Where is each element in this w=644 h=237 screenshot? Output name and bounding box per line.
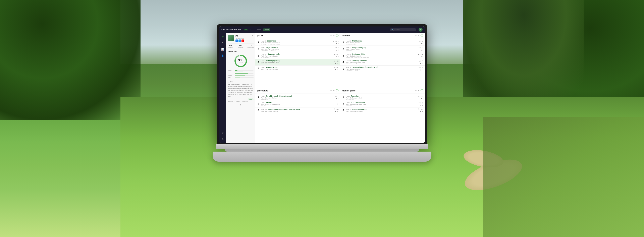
hardest-info-btn[interactable]: i [420,34,424,37]
sidebar-icon-flag[interactable]: ⚑ [220,41,225,45]
hardest-minus-btn[interactable]: − [415,34,417,37]
hole-author: T. FAZIO [346,63,417,65]
nav-avatar[interactable]: PF [418,28,422,32]
hole-item[interactable]: 5 Hole 3 Bandon Trails Par 5 Oregon, Uni… [255,66,340,71]
hole-name-row: Hole 4 Bethpage (Black) [261,60,332,62]
plays-value: 1 [422,49,424,51]
plays-icon: ▶ [420,62,421,64]
bar-label: others [228,77,234,78]
plays-icon: ▶ [335,69,336,70]
hole-item[interactable]: 2 Hole 2 Victoria Par 4 British Columbia… [255,101,340,107]
hole-rank: 2 [342,102,345,105]
hole-detail: Par 4 Co Kerry, Ireland [346,49,417,50]
score-value: 9 129 [420,95,424,97]
search-input[interactable] [394,29,414,31]
score-icon: ★ [418,108,419,110]
plays-value: 8 [422,42,424,44]
hole-item[interactable]: 4 Hole 4 Bethpage (Black) Par 5 New York… [255,59,340,66]
hole-rank: 2 [342,47,345,50]
hidden-gems-plus-btn[interactable]: + [418,89,420,92]
plays-icon: ▶ [420,69,421,71]
hole-item[interactable]: 3 Hole 14 The Island Club Par 4 Co Dubli… [340,52,425,59]
greensites-list: 1 Hole 2 Royal Dornoch (Championship) Pa… [255,93,340,143]
score-value: 5 37 [336,53,338,55]
profile-social: f t ▶ [236,39,251,42]
par5s-info-btn[interactable]: i [336,34,338,37]
hole-item[interactable]: 1 Hole 18 Sagebrush Par 5 British Columb… [255,39,340,46]
stats-bar-row: birdies [228,71,254,73]
hole-info: Hole 11 Shiskine Golf Club Par 3 Isle Ha… [346,108,416,112]
hole-rank: 1 [257,96,260,99]
sidebar-icon-refresh[interactable]: ↻ [220,137,225,141]
hole-info: Hole 4 Bethpage (Black) Par 5 New York, … [261,60,332,65]
hole-item[interactable]: 5 Hole 16 Carnoustie G.L. (Championship)… [340,66,425,72]
stats-bar-row: pars [228,73,254,74]
hole-item[interactable]: 2 Hole 12 Ballybunion (Old) Par 4 Co Ker… [340,46,425,52]
hole-item[interactable]: 2 Hole 8 Crystal Downs Par 5 Michigan, U… [255,46,340,52]
tree-left [0,0,140,120]
score-value: 9 65 [420,102,424,104]
sidebar-icon-chart[interactable]: 📊 [220,47,225,51]
hole-info: Hole 148 Saint Enodoc Golf Club- Church … [261,108,333,112]
par5s-plus-btn[interactable]: + [333,34,335,37]
hole-course: C.C. Of Scranton [351,102,365,104]
youtube-icon[interactable]: ▶ [242,39,244,42]
greensites-minus-btn[interactable]: − [330,89,332,92]
nav-tab-index[interactable]: index [263,28,270,31]
post-button[interactable]: Post [248,98,254,100]
hole-rank: 1 [342,96,345,99]
stats-bar-row: eagles [228,70,254,71]
hole-item[interactable]: 1 Hole 2 Portsalon Par 4 Co Donegal, Ire… [340,94,425,101]
plays-value: 11 [337,69,338,70]
sidebar-icon-grid[interactable]: ⊞ [220,34,225,38]
hidden-gems-info-btn[interactable]: i [420,89,424,92]
hole-name-row: Hole 3 Bandon Trails [261,67,332,69]
greensites-info-btn[interactable]: i [336,89,338,92]
hole-item[interactable]: 3 Hole 148 Saint Enodoc Golf Club- Churc… [255,107,340,113]
stat-following-value: 351 [238,44,243,46]
hole-info: Hole 8 Crystal Downs Par 5 Michigan, Uni… [261,46,334,51]
twitter-icon[interactable]: t [238,39,241,42]
hole-plays-row: ▶ 9 [336,56,338,57]
par5s-title: par 5s [257,34,330,37]
hole-stats: ★ 9 129 ▶ 1 [418,95,424,99]
profile-name: PF [236,35,251,37]
hole-author: F. HAWTREE, F. HACKETT, W. HAWTREE [346,57,416,58]
hole-rank: 5 [342,67,345,70]
hole-name-row: Hole 16 Carnoustie G.L. (Championship) [346,66,417,68]
hole-author: N. WYNDHAM, R. JONES, A. SURF [261,43,332,45]
profile-avatar-image [228,35,234,41]
hardest-plus-btn[interactable]: + [418,34,420,37]
sidebar-icon-user[interactable]: 👤 [220,54,225,58]
plays-value: 11 [422,69,424,71]
hidden-gems-minus-btn[interactable]: − [415,89,417,92]
sidebar-icon-settings[interactable]: ⚙ [220,131,225,135]
hole-item[interactable]: 3 Hole 15 Highlands Links Par 5 Nova Sco… [255,52,340,59]
hole-stat-row: ★ 5 hit [334,108,338,110]
hole-name-row: Hole 17 Galloway National [346,60,417,62]
hole-stats: ★ 9 270 ▶ 6 [333,40,338,44]
nav-tab-holes[interactable]: holes [255,28,262,31]
hole-course: Carnoustie G.L. (Championship) [352,66,378,68]
hole-name-row: Hole 12 Ballybunion (Old) [346,46,417,48]
stat-following: 351 following [238,44,243,48]
bar-track [235,72,254,72]
hole-number: Hole 2 [346,95,350,97]
greensites-plus-btn[interactable]: + [333,89,335,92]
plays-icon: ▶ [335,110,336,112]
hole-item[interactable]: 1 Hole 2 Royal Dornoch (Championship) Pa… [255,94,340,101]
hole-item[interactable]: 4 Hole 17 Galloway National Par 3 New Je… [340,59,425,66]
par5s-minus-btn[interactable]: − [330,34,332,37]
profile-edit-button[interactable]: ✎ [252,35,254,37]
hole-item[interactable]: 1 Hole 18 The National Par 4 Ontario, Ca… [340,39,425,46]
stat-followers: 308 followers [228,44,233,48]
stats-circle-container: 330 played [228,54,254,68]
hole-item[interactable]: 2 Hole 3 C.C. Of Scranton Par 3 Pennsylv… [340,101,425,107]
nav-search[interactable]: 🔍 [390,28,416,31]
score-icon: ★ [418,40,420,42]
hole-item[interactable]: 3 Hole 11 Shiskine Golf Club Par 3 Isle … [340,107,425,113]
activity-footer-refresh[interactable]: ↻ [228,104,254,106]
hole-detail: Par 5 New York, United States [261,62,332,63]
hole-stats: ★ 9 7 ▶ 2 [335,95,338,99]
facebook-icon[interactable]: f [236,39,238,42]
